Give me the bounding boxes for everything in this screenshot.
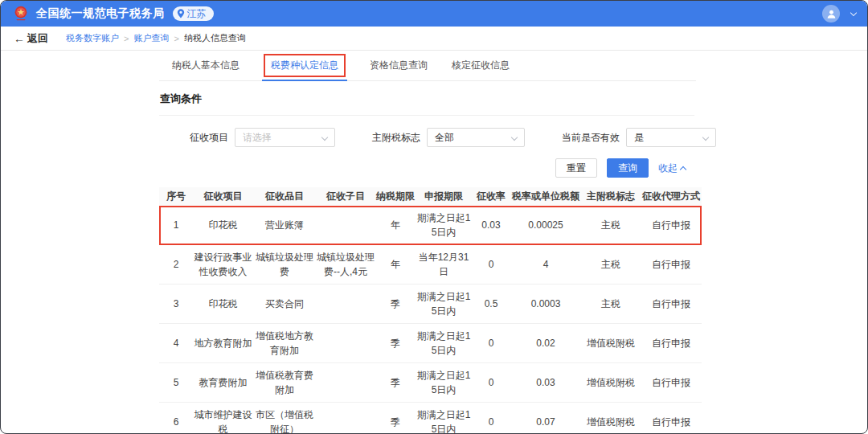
tab-label: 税费种认定信息	[264, 54, 346, 77]
table-cell	[316, 285, 375, 324]
table-cell: 增值税地方教育附加	[253, 324, 316, 363]
table-cell: 增值税附税	[581, 403, 641, 434]
table-cell: 0	[472, 245, 510, 285]
action-button-row: 重置 查询 收起	[159, 158, 686, 178]
table-cell	[316, 363, 375, 403]
table-cell: 主税	[581, 206, 641, 245]
table-cell: 期满之日起15日内	[416, 403, 472, 434]
app-window: 全国统一规范电子税务局 江苏 ← 返回 税务数字账户>账户查询>纳税人信息查询	[0, 0, 868, 434]
table-cell: 地方教育附加	[193, 324, 253, 363]
table-cell: 季	[375, 403, 416, 434]
table-cell: 0.07	[510, 403, 581, 434]
chevron-down-icon	[321, 134, 328, 141]
table-cell: 营业账簿	[253, 206, 316, 245]
filter-select-0[interactable]: 请选择	[235, 128, 335, 147]
table-row-6: 6城市维护建设税市区（增值税附征）季期满之日起15日内00.07增值税附税自行申…	[159, 403, 702, 434]
tab-0[interactable]: 纳税人基本信息	[172, 51, 240, 80]
collapse-link[interactable]: 收起	[658, 162, 686, 175]
filter-group-1: 主附税标志全部	[372, 128, 525, 147]
table-row-4: 4地方教育附加增值税地方教育附加季期满之日起15日内00.02增值税附税自行申报	[159, 324, 702, 363]
select-value: 全部	[435, 131, 454, 145]
chevron-down-icon	[702, 134, 709, 141]
tab-2[interactable]: 资格信息查询	[370, 51, 428, 80]
tab-bar: 纳税人基本信息税费种认定信息资格信息查询核定征收信息	[159, 51, 696, 81]
column-header-6: 征收率	[472, 187, 510, 206]
table-cell: 期满之日起15日内	[416, 363, 472, 403]
table-cell: 教育费附加	[193, 363, 253, 403]
select-value: 请选择	[243, 131, 272, 145]
breadcrumb-bar: ← 返回 税务数字账户>账户查询>纳税人信息查询	[1, 27, 867, 51]
tab-label: 资格信息查询	[370, 59, 428, 72]
back-label: 返回	[27, 31, 48, 46]
table-cell: 4	[159, 324, 193, 363]
table-cell: 0.03	[472, 206, 510, 245]
tab-label: 纳税人基本信息	[172, 59, 240, 72]
breadcrumb-separator: >	[124, 34, 129, 43]
filter-select-2[interactable]: 是	[626, 128, 716, 147]
filter-select-1[interactable]: 全部	[427, 128, 525, 147]
table-cell: 城镇垃圾处理费--人,4元	[316, 245, 375, 285]
table-cell: 5	[159, 363, 193, 403]
table-cell: 期满之日起15日内	[416, 206, 472, 245]
user-avatar[interactable]	[822, 5, 840, 23]
table-cell: 0	[472, 324, 510, 363]
filter-label: 主附税标志	[372, 131, 420, 145]
table-cell: 主税	[581, 285, 641, 324]
breadcrumb-item-0[interactable]: 税务数字账户	[66, 32, 119, 44]
column-header-7: 税率或单位税额	[510, 187, 581, 206]
query-section-title: 查询条件	[160, 92, 708, 106]
table-cell: 年	[375, 206, 416, 245]
table-row-1: 1印花税营业账簿年期满之日起15日内0.030.00025主税自行申报	[159, 206, 702, 245]
table-body: 1印花税营业账簿年期满之日起15日内0.030.00025主税自行申报2建设行政…	[159, 206, 702, 434]
table-cell: 0.00025	[510, 206, 581, 245]
column-header-9: 征收代理方式	[641, 187, 702, 206]
table-cell: 自行申报	[641, 324, 702, 363]
tab-3[interactable]: 核定征收信息	[452, 51, 510, 80]
collapse-label: 收起	[658, 162, 678, 175]
main-content: 纳税人基本信息税费种认定信息资格信息查询核定征收信息 查询条件 征收项目请选择主…	[1, 51, 708, 434]
tax-category-table: 序号征收项目征收品目征收子目纳税期限申报期限征收率税率或单位税额主附税标志征收代…	[159, 187, 702, 434]
breadcrumb-item-2: 纳税人信息查询	[184, 32, 246, 44]
table-cell	[316, 403, 375, 434]
breadcrumb-item-1[interactable]: 账户查询	[133, 32, 169, 44]
table-cell: 4	[510, 245, 581, 285]
filter-label: 征收项目	[190, 131, 228, 145]
tax-bureau-emblem-icon	[12, 5, 30, 23]
table-cell: 主税	[581, 245, 641, 285]
region-selector[interactable]: 江苏	[173, 6, 214, 21]
user-menu-chevron-down-icon[interactable]	[850, 9, 857, 15]
table-cell: 自行申报	[641, 363, 702, 403]
table-cell: 城市维护建设税	[193, 403, 253, 434]
column-header-2: 征收品目	[253, 187, 316, 206]
table-cell: 6	[159, 403, 193, 434]
table-cell: 期满之日起15日内	[416, 285, 472, 324]
column-header-8: 主附税标志	[581, 187, 641, 206]
column-header-0: 序号	[159, 187, 193, 206]
column-header-4: 纳税期限	[375, 187, 416, 206]
table-cell: 0.5	[472, 285, 510, 324]
region-label: 江苏	[187, 7, 207, 21]
filter-group-2: 当前是否有效是	[562, 128, 716, 147]
table-cell: 增值税教育费附加	[253, 363, 316, 403]
table-cell: 自行申报	[641, 285, 702, 324]
table-cell: 买卖合同	[253, 285, 316, 324]
table-row-3: 3印花税买卖合同季期满之日起15日内0.50.0003主税自行申报	[159, 285, 702, 324]
chevron-up-icon	[680, 166, 686, 173]
search-button[interactable]: 查询	[607, 158, 649, 178]
table-cell: 0	[472, 403, 510, 434]
tab-1[interactable]: 税费种认定信息	[264, 51, 346, 80]
table-cell	[316, 324, 375, 363]
table-cell: 自行申报	[641, 245, 702, 285]
back-button[interactable]: ← 返回	[14, 31, 48, 46]
section-divider	[159, 115, 694, 116]
reset-button[interactable]: 重置	[555, 158, 597, 178]
table-cell	[316, 206, 375, 245]
column-header-1: 征收项目	[193, 187, 253, 206]
column-header-5: 申报期限	[416, 187, 472, 206]
filter-label: 当前是否有效	[562, 131, 620, 145]
table-row-5: 5教育费附加增值税教育费附加季期满之日起15日内00.03增值税附税自行申报	[159, 363, 702, 403]
user-icon	[826, 9, 837, 19]
breadcrumb: 税务数字账户>账户查询>纳税人信息查询	[66, 32, 246, 44]
app-title: 全国统一规范电子税务局	[36, 6, 165, 21]
table-cell: 自行申报	[641, 206, 702, 245]
